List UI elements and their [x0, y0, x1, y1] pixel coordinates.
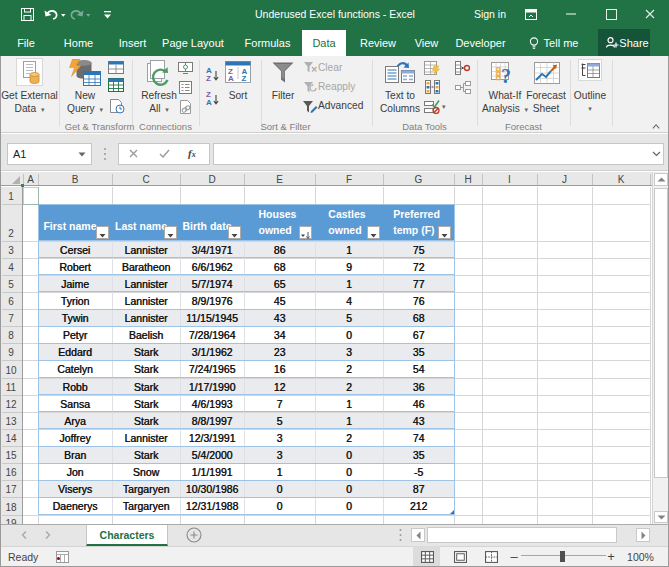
- svg-text:A: A: [228, 74, 234, 83]
- svg-text:Z: Z: [242, 74, 247, 83]
- svg-text:A: A: [206, 98, 212, 106]
- svg-text:?: ?: [501, 65, 511, 85]
- svg-text:Z: Z: [206, 74, 211, 82]
